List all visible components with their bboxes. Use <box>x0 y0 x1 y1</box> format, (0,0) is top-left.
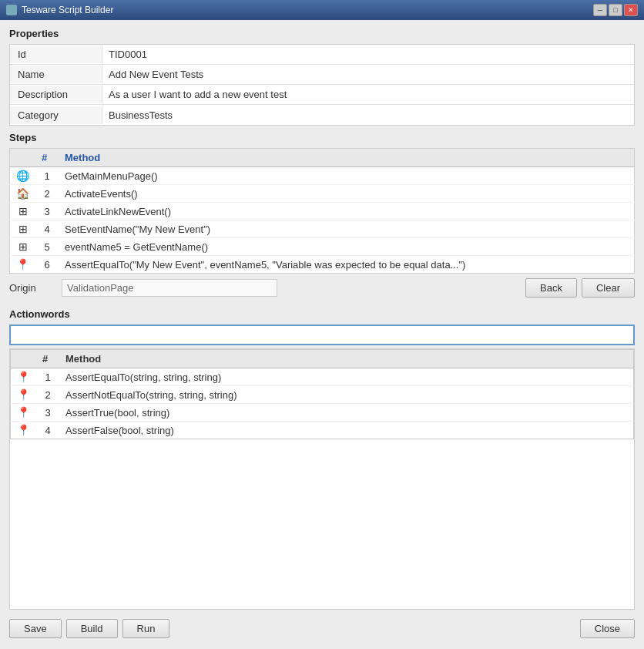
property-label-description: Description <box>10 86 102 103</box>
property-value-id: TID0001 <box>102 45 634 63</box>
minimize-button[interactable]: ─ <box>593 4 607 16</box>
aw-icon: 📍 <box>11 404 37 422</box>
property-label-category: Category <box>10 106 102 124</box>
step-method: ActivateEvents() <box>59 185 635 203</box>
run-button[interactable]: Run <box>122 619 170 638</box>
table-row[interactable]: ⊞ 3 ActivateLinkNewEvent() <box>10 203 635 220</box>
aw-icon-header <box>11 350 37 368</box>
origin-label: Origin <box>9 282 55 294</box>
maximize-button[interactable]: □ <box>609 4 622 16</box>
aw-num-header: # <box>36 350 59 368</box>
aw-num: 2 <box>36 386 59 404</box>
property-row-description: Description As a user I want to add a ne… <box>10 85 634 105</box>
bottom-bar: Save Build Run Close <box>9 616 635 641</box>
step-method: ActivateLinkNewEvent() <box>59 203 635 220</box>
property-label-name: Name <box>10 66 102 83</box>
list-item[interactable]: 📍 1 AssertEqualTo(string, string, string… <box>11 368 634 386</box>
step-num: 3 <box>35 203 59 220</box>
table-row[interactable]: ⊞ 4 SetEventName("My New Event") <box>10 220 635 238</box>
steps-header-row: # Method <box>10 149 635 167</box>
step-num: 1 <box>35 167 59 185</box>
step-icon: ⊞ <box>10 203 36 220</box>
back-button[interactable]: Back <box>525 278 577 298</box>
aw-method: AssertNotEqualTo(string, string, string) <box>59 386 634 404</box>
steps-num-header: # <box>35 149 59 167</box>
properties-section: Properties Id TID0001 Name Add New Event… <box>9 28 635 126</box>
actionwords-search-input[interactable] <box>9 324 635 345</box>
actionwords-section: Actionwords # Method 📍 1 AssertEqualTo(s… <box>9 308 635 610</box>
save-button[interactable]: Save <box>9 619 62 638</box>
step-icon: ⊞ <box>10 238 36 256</box>
step-num: 2 <box>35 185 59 203</box>
close-button[interactable]: Close <box>580 619 635 638</box>
steps-method-header: Method <box>59 149 635 167</box>
step-num: 6 <box>35 256 59 274</box>
table-row[interactable]: 🏠 2 ActivateEvents() <box>10 185 635 203</box>
list-item[interactable]: 📍 2 AssertNotEqualTo(string, string, str… <box>11 386 634 404</box>
aw-method: AssertEqualTo(string, string, string) <box>59 368 634 386</box>
origin-input[interactable] <box>62 279 277 297</box>
table-row[interactable]: ⊞ 5 eventName5 = GetEventName() <box>10 238 635 256</box>
property-value-name: Add New Event Tests <box>102 66 634 83</box>
actionwords-title: Actionwords <box>9 308 635 320</box>
step-icon: 🌐 <box>10 167 36 185</box>
aw-icon: 📍 <box>11 422 37 439</box>
title-bar-left: Tesware Script Builder <box>6 5 113 15</box>
app-icon <box>6 5 17 15</box>
step-icon: ⊞ <box>10 220 36 238</box>
title-bar: Tesware Script Builder ─ □ ✕ <box>0 0 644 20</box>
property-row-category: Category BusinessTests <box>10 105 634 125</box>
steps-title: Steps <box>9 132 635 143</box>
properties-title: Properties <box>9 28 635 39</box>
table-row[interactable]: 📍 6 AssertEqualTo("My New Event", eventN… <box>10 256 635 274</box>
aw-header-row: # Method <box>11 350 634 368</box>
app-title: Tesware Script Builder <box>22 5 113 15</box>
step-num: 4 <box>35 220 59 238</box>
aw-icon: 📍 <box>11 386 37 404</box>
property-row-id: Id TID0001 <box>10 45 634 65</box>
window-controls: ─ □ ✕ <box>593 4 638 16</box>
aw-method: AssertTrue(bool, string) <box>59 404 634 422</box>
table-row[interactable]: 🌐 1 GetMainMenuPage() <box>10 167 635 185</box>
steps-table: # Method 🌐 1 GetMainMenuPage() 🏠 2 Activ… <box>9 148 635 274</box>
aw-icon: 📍 <box>11 368 37 386</box>
step-method: eventName5 = GetEventName() <box>59 238 635 256</box>
list-item[interactable]: 📍 4 AssertFalse(bool, string) <box>11 422 634 439</box>
step-method: AssertEqualTo("My New Event", eventName5… <box>59 256 635 274</box>
build-button[interactable]: Build <box>66 619 118 638</box>
aw-num: 1 <box>36 368 59 386</box>
clear-button[interactable]: Clear <box>582 278 635 298</box>
property-value-description: As a user I want to add a new event test <box>102 86 634 103</box>
aw-num: 3 <box>36 404 59 422</box>
step-icon: 🏠 <box>10 185 36 203</box>
properties-grid: Id TID0001 Name Add New Event Tests Desc… <box>9 44 635 126</box>
origin-buttons: Back Clear <box>525 278 635 298</box>
aw-method: AssertFalse(bool, string) <box>59 422 634 439</box>
property-label-id: Id <box>10 45 102 63</box>
bottom-bar-right: Close <box>580 619 635 638</box>
steps-section: Steps # Method 🌐 1 GetMainMenuPage() 🏠 2… <box>9 132 635 302</box>
actionwords-table: # Method 📍 1 AssertEqualTo(string, strin… <box>10 349 634 439</box>
step-num: 5 <box>35 238 59 256</box>
actionwords-table-container: # Method 📍 1 AssertEqualTo(string, strin… <box>9 348 635 610</box>
close-window-button[interactable]: ✕ <box>624 4 638 16</box>
step-icon: 📍 <box>10 256 36 274</box>
property-row-name: Name Add New Event Tests <box>10 65 634 85</box>
step-method: SetEventName("My New Event") <box>59 220 635 238</box>
aw-method-header: Method <box>59 350 634 368</box>
aw-num: 4 <box>36 422 59 439</box>
list-item[interactable]: 📍 3 AssertTrue(bool, string) <box>11 404 634 422</box>
steps-icon-header <box>10 149 36 167</box>
origin-row: Origin Back Clear <box>9 274 635 302</box>
property-value-category: BusinessTests <box>102 106 634 124</box>
main-container: Properties Id TID0001 Name Add New Event… <box>0 20 644 649</box>
step-method: GetMainMenuPage() <box>59 167 635 185</box>
